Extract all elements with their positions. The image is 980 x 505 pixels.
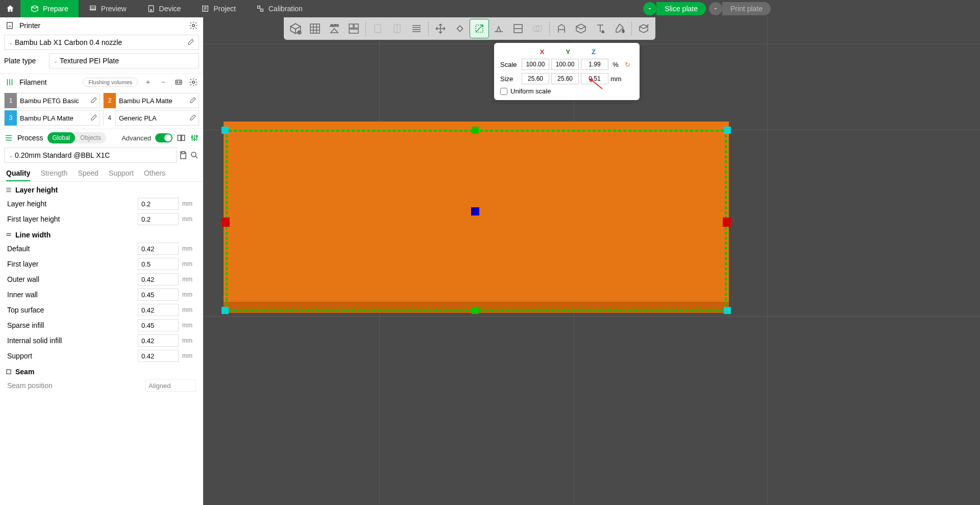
process-profile-select[interactable]: ⌄ 0.20mm Standard @BBL X1C (4, 148, 177, 163)
line-width-group: Line width (0, 227, 203, 241)
svg-rect-26 (375, 25, 381, 33)
model-object[interactable] (224, 122, 729, 313)
variable-height-icon[interactable] (407, 19, 426, 38)
tab-prepare[interactable]: Prepare (20, 0, 79, 17)
place-on-face-icon[interactable] (489, 19, 508, 38)
tab-calibration[interactable]: Calibration (246, 0, 313, 17)
scale-handle-y[interactable] (472, 127, 479, 134)
objects-option[interactable]: Objects (75, 132, 106, 143)
size-x-input[interactable] (522, 73, 549, 84)
arrange-icon[interactable] (344, 19, 363, 38)
add-filament-icon[interactable]: ＋ (143, 77, 153, 87)
seam-position-input[interactable] (145, 379, 196, 392)
scale-z-input[interactable] (581, 59, 608, 70)
filament-item-3[interactable]: 3 Bambu PLA Matte (4, 110, 100, 126)
cut-icon[interactable] (508, 19, 528, 38)
add-plate-icon[interactable] (305, 19, 325, 38)
tab-support[interactable]: Support (109, 166, 134, 181)
layer-height-input[interactable] (138, 198, 179, 210)
scale-handle-corner[interactable] (222, 127, 229, 134)
seam-group: Seam (0, 364, 203, 378)
tab-others[interactable]: Others (144, 166, 165, 181)
svg-point-7 (192, 25, 195, 27)
auto-orient-icon[interactable]: AUTO (325, 19, 344, 38)
flushing-volumes-button[interactable]: Flushing volumes (83, 78, 138, 87)
split-objects-icon[interactable] (368, 19, 387, 38)
scale-handle-y[interactable] (472, 307, 479, 314)
edit-filament-icon[interactable] (188, 97, 197, 105)
scale-handle-corner[interactable] (724, 127, 731, 134)
mesh-boolean-icon[interactable] (528, 19, 547, 38)
search-icon[interactable] (190, 151, 199, 160)
first-layer-height-input[interactable] (138, 213, 179, 225)
advanced-toggle[interactable] (155, 133, 173, 142)
scale-y-input[interactable] (551, 59, 579, 70)
scale-handle-corner[interactable] (222, 307, 229, 314)
split-parts-icon[interactable] (387, 19, 407, 38)
scale-icon[interactable] (470, 19, 489, 38)
move-icon[interactable] (431, 19, 450, 38)
svg-rect-17 (182, 152, 185, 154)
reset-scale-icon[interactable]: ↻ (625, 61, 630, 68)
print-plate-button[interactable]: Print plate (709, 2, 771, 15)
edit-filament-icon[interactable] (89, 114, 97, 122)
inner-wall-input[interactable] (138, 288, 179, 301)
outer-wall-input[interactable] (138, 273, 179, 285)
top-surface-input[interactable] (138, 304, 179, 316)
rotate-icon[interactable] (450, 19, 470, 38)
uniform-scale-checkbox[interactable] (500, 88, 507, 95)
tab-speed[interactable]: Speed (78, 166, 98, 181)
tab-project-label: Project (213, 5, 236, 13)
save-profile-icon[interactable] (179, 151, 188, 160)
text-tool-icon[interactable]: a (591, 19, 610, 38)
default-lw-input[interactable] (138, 243, 179, 255)
scale-handle-x[interactable] (222, 218, 230, 227)
scale-x-input[interactable] (522, 59, 549, 70)
settings-icon[interactable] (190, 133, 199, 142)
color-paint-icon[interactable] (610, 19, 629, 38)
svg-rect-23 (349, 24, 353, 28)
edit-printer-icon[interactable] (186, 38, 194, 46)
scale-handle-z[interactable] (471, 207, 479, 215)
svg-point-14 (191, 136, 193, 138)
global-option[interactable]: Global (47, 132, 76, 143)
assembly-icon[interactable] (634, 19, 653, 38)
home-button[interactable] (0, 0, 20, 17)
line-width-icon (5, 231, 12, 238)
first-layer-lw-input[interactable] (138, 258, 179, 270)
tab-preview[interactable]: Preview (79, 0, 137, 17)
printer-select[interactable]: ⌄ Bambu Lab X1 Carbon 0.4 nozzle (4, 35, 199, 50)
tab-device-label: Device (159, 5, 181, 13)
scale-handle-corner[interactable] (724, 307, 731, 314)
slice-dropdown-icon[interactable] (643, 2, 656, 15)
tab-quality[interactable]: Quality (6, 166, 30, 181)
plate-type-select[interactable]: ⌄ Textured PEI Plate (49, 53, 199, 68)
edit-filament-icon[interactable] (89, 97, 97, 105)
scale-handle-x[interactable] (723, 218, 731, 227)
viewport-3d[interactable]: AUTO a X Y Z Scale % ↻ (203, 17, 776, 400)
slice-plate-button[interactable]: Slice plate (643, 2, 706, 15)
tab-project[interactable]: Project (191, 0, 246, 17)
global-objects-toggle[interactable]: Global Objects (47, 132, 106, 143)
add-primitive-icon[interactable] (286, 19, 305, 38)
tab-device[interactable]: Device (137, 0, 191, 17)
compare-icon[interactable] (177, 133, 186, 142)
internal-solid-input[interactable] (138, 334, 179, 347)
tab-strength[interactable]: Strength (40, 166, 67, 181)
filament-item-1[interactable]: 1 Bambu PETG Basic (4, 93, 100, 108)
grid-line (767, 17, 768, 400)
support-lw-input[interactable] (138, 350, 179, 362)
support-paint-icon[interactable] (552, 19, 571, 38)
remove-filament-icon[interactable]: － (158, 77, 168, 87)
filament-gear-icon[interactable] (189, 78, 198, 87)
edit-filament-icon[interactable] (188, 114, 197, 122)
settings-scroll[interactable]: Layer height Layer height mm First layer… (0, 182, 203, 400)
printer-gear-icon[interactable] (189, 21, 198, 30)
seam-paint-icon[interactable] (571, 19, 591, 38)
sparse-infill-input[interactable] (138, 319, 179, 331)
filament-item-4[interactable]: 4 Generic PLA (103, 110, 199, 126)
filament-item-2[interactable]: 2 Bambu PLA Matte (103, 93, 199, 108)
size-y-input[interactable] (551, 73, 579, 84)
print-dropdown-icon[interactable] (709, 2, 722, 15)
ams-icon[interactable] (174, 77, 184, 87)
